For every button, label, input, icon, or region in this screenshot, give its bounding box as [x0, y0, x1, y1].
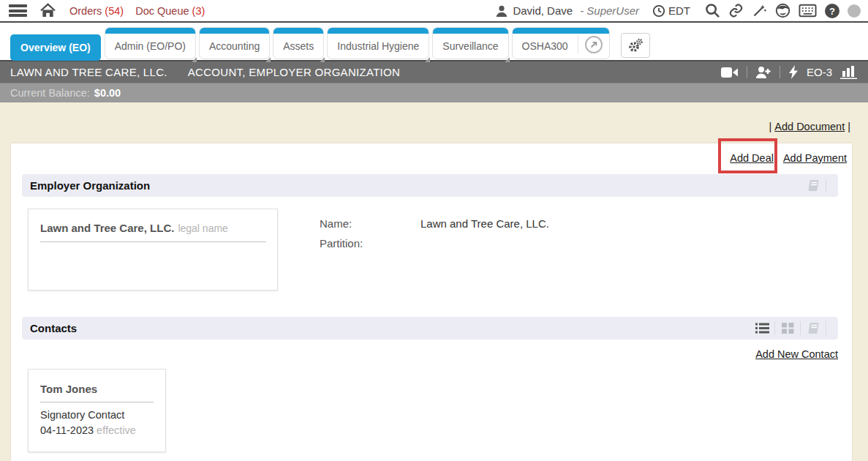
tab-industrial-hygiene[interactable]: Industrial Hygiene — [328, 28, 429, 59]
tab-label: Overview (EO) — [10, 42, 101, 53]
arrow-up-right-circle-icon[interactable] — [585, 36, 603, 53]
field-row-name: Name: Lawn and Tree Care, LLC. — [320, 214, 549, 233]
pipe-separator: | — [848, 121, 850, 132]
bar-chart-icon[interactable] — [840, 65, 858, 79]
contact-role: Signatory Contact — [40, 408, 154, 423]
home-icon[interactable] — [39, 3, 56, 18]
user-icon — [495, 4, 508, 18]
tab-label: Industrial Hygiene — [328, 40, 429, 59]
person-add-icon[interactable] — [755, 66, 771, 79]
entity-header-bar: LAWN AND TREE CARE, LLC. ACCOUNT, EMPLOY… — [0, 61, 868, 83]
main-panel: Add Deal Add Payment Employer Organizati… — [11, 143, 852, 461]
org-legal-name: Lawn and Tree Care, LLC. — [40, 222, 174, 234]
tab-accounting[interactable]: Accounting — [200, 28, 269, 59]
add-payment-link[interactable]: Add Payment — [783, 152, 847, 164]
tab-bar: Overview (EO) Admin (EO/PO) Accounting A… — [0, 23, 868, 61]
contact-effective-date: 04-11-2023 — [40, 424, 94, 436]
timezone-indicator[interactable]: EDT — [652, 4, 690, 18]
add-deal-link[interactable]: Add Deal — [730, 152, 774, 164]
page-content: |Add Document| Add Deal Add Payment Empl… — [0, 102, 868, 461]
tab-overview-eo[interactable]: Overview (EO) — [10, 34, 101, 61]
tab-label: Accounting — [200, 40, 269, 59]
video-camera-icon[interactable] — [721, 67, 739, 78]
employer-organization-header: Employer Organization — [22, 174, 838, 197]
add-document-link[interactable]: Add Document — [774, 121, 845, 132]
globe-icon[interactable] — [775, 3, 790, 18]
entity-name: LAWN AND TREE CARE, LLC. — [10, 66, 167, 78]
nav-orders[interactable]: Orders (54) — [69, 5, 124, 17]
svg-text:?: ? — [829, 5, 835, 16]
help-icon[interactable]: ? — [825, 4, 839, 18]
lightning-icon[interactable] — [788, 65, 799, 79]
link-icon[interactable] — [728, 3, 744, 18]
tab-label: Surveillance — [433, 40, 507, 59]
nav-doc-queue[interactable]: Doc Queue (3) — [135, 5, 205, 17]
field-value: Lawn and Tree Care, LLC. — [420, 214, 549, 233]
orders-count: (54) — [105, 5, 124, 17]
clock-icon — [652, 4, 665, 18]
add-new-contact-link[interactable]: Add New Contact — [755, 348, 838, 360]
wand-icon[interactable] — [752, 3, 767, 18]
tab-label: Admin (EO/PO) — [105, 40, 195, 59]
field-label: Name: — [320, 214, 420, 233]
status-dot — [848, 4, 861, 18]
balance-bar: Current Balance: $0.00 — [0, 83, 868, 102]
journal-icon[interactable] — [801, 317, 826, 340]
current-user[interactable]: David, Dave - SuperUser — [495, 4, 639, 18]
org-legal-name-hint: legal name — [178, 222, 228, 234]
tab-osha300[interactable]: OSHA300 — [513, 28, 609, 59]
search-icon[interactable] — [705, 3, 720, 18]
balance-label: Current Balance: — [10, 87, 90, 99]
top-bar: Orders (54) Doc Queue (3) David, Dave - … — [0, 0, 868, 23]
section-title: Employer Organization — [30, 179, 150, 192]
tab-label: OSHA300 — [513, 40, 578, 59]
tab-surveillance[interactable]: Surveillance — [433, 28, 507, 59]
keyboard-icon[interactable] — [799, 4, 817, 18]
journal-icon[interactable] — [801, 174, 826, 197]
grid-view-icon[interactable] — [775, 317, 800, 340]
list-view-icon[interactable] — [750, 317, 774, 340]
menu-icon[interactable] — [9, 4, 27, 17]
tab-label: Assets — [273, 40, 323, 59]
timezone-label: EDT — [668, 4, 690, 17]
employer-org-card[interactable]: Lawn and Tree Care, LLC.legal name — [28, 209, 278, 291]
user-role: - SuperUser — [580, 4, 639, 17]
pipe-separator: | — [769, 121, 772, 132]
entity-type: ACCOUNT, EMPLOYER ORGANIZATION — [188, 66, 400, 78]
user-name: David, Dave — [513, 4, 573, 17]
contact-card[interactable]: Tom Jones Signatory Contact 04-11-2023ef… — [28, 369, 166, 452]
tab-admin-eo-po[interactable]: Admin (EO/PO) — [105, 28, 195, 59]
tab-assets[interactable]: Assets — [273, 28, 323, 59]
balance-value: $0.00 — [94, 87, 121, 99]
doc-queue-count: (3) — [192, 5, 205, 17]
contact-name: Tom Jones — [40, 383, 154, 402]
field-label: Partition: — [320, 233, 420, 253]
contacts-header: Contacts — [22, 317, 838, 340]
section-title: Contacts — [30, 322, 77, 334]
tab-settings-button[interactable] — [621, 33, 650, 58]
contact-date-hint: effective — [97, 424, 136, 436]
entity-code: EO-3 — [807, 66, 832, 78]
field-row-partition: Partition: — [320, 233, 549, 253]
